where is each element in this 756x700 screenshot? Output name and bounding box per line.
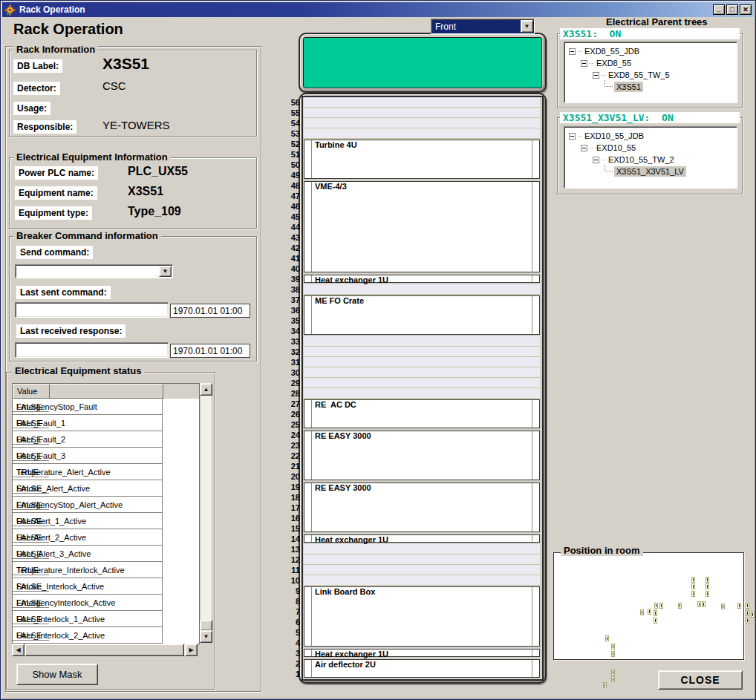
status-table-row[interactable]: User_Interlock_1_ActiveFALSE <box>13 611 199 627</box>
minimize-button[interactable]: _ <box>713 4 725 15</box>
send-command-combobox[interactable]: ▼ <box>15 264 173 278</box>
rack-slot-number: 28 <box>278 388 300 399</box>
tree-expander-icon[interactable] <box>569 133 576 140</box>
status-table-row[interactable]: EmergencyInterlock_ActiveFALSE <box>13 595 199 611</box>
rack-slot-number: 20 <box>278 471 300 482</box>
status-table-row[interactable]: EmergencyStop_Alert_ActiveFALSE <box>13 497 199 513</box>
last-sent-input[interactable] <box>15 302 169 318</box>
tree-node[interactable]: ··EXD10_55_TW_2 <box>564 154 737 166</box>
status-value-cell: FALSE <box>13 611 49 624</box>
scroll-up-icon[interactable]: ▲ <box>200 383 212 396</box>
rack-equipment-box[interactable]: Link Board Box <box>304 586 540 647</box>
rack-left-rail <box>311 296 312 334</box>
tree-node[interactable]: X3S51_X3V51_LV <box>564 166 737 177</box>
status-table-row[interactable]: Temperature_Interlock_ActiveTRUE <box>13 562 199 578</box>
status-table: Property Value EmergencyStop_FaultFALSEU… <box>12 383 200 644</box>
position-in-room-title: Position in room <box>561 546 643 556</box>
rack-view-dropdown-icon[interactable]: ▼ <box>521 20 533 33</box>
status-table-row[interactable]: User_Fault_2FALSE <box>13 431 199 448</box>
status-table-row[interactable]: UserAlert_1_ActiveFALSE <box>13 513 199 529</box>
rack-slot-number: 8 <box>278 596 300 606</box>
tree-node[interactable]: ··EXD10_55_JDB <box>564 130 737 142</box>
rack-equipment-box[interactable]: Heat exchanger 1U <box>304 649 540 657</box>
rack-equipment-box[interactable]: RE EASY 3000 <box>304 431 540 480</box>
equipment-name-value: X3S51 <box>128 185 163 198</box>
tree-connector-dots: ·· <box>601 156 605 163</box>
tree-node[interactable]: ··EXD8_55_TW_5 <box>564 69 737 81</box>
status-table-row[interactable]: User_Alert_3_ActiveFALSE <box>13 546 199 562</box>
rack-slot-number: 11 <box>278 565 300 575</box>
scroll-down-icon[interactable]: ▼ <box>200 630 212 643</box>
tree-expander-icon[interactable] <box>593 72 599 79</box>
rack-slot-number: 38 <box>278 284 300 295</box>
rack-equipment-box[interactable]: Heat exchanger 1U <box>304 275 540 283</box>
tree-node-label[interactable]: X3S51_X3V51_LV <box>614 166 686 177</box>
status-table-row[interactable]: EmergencyStop_FaultFALSE <box>13 399 199 415</box>
rack-slot-number: 24 <box>278 430 300 440</box>
tree-1-view: ··EXD8_55_JDB··EXD8_55··EXD8_55_TW_5X3S5… <box>564 42 737 103</box>
rack-slot-number: 16 <box>278 513 300 523</box>
responsible-label: Responsible: <box>13 120 76 134</box>
status-value-cell: FALSE <box>13 595 49 608</box>
close-button[interactable]: CLOSE <box>658 670 743 690</box>
status-table-row[interactable]: Smoke_Alert_ActiveFALSE <box>13 480 199 497</box>
rack-slot-number: 1 <box>278 669 300 679</box>
tree-node[interactable]: ··EXD10_55 <box>564 142 737 154</box>
send-command-label: Send command: <box>16 246 93 259</box>
tree-expander-icon[interactable] <box>581 60 587 67</box>
rack-equipment-label: Heat exchanger 1U <box>315 650 388 659</box>
power-plc-name-label: Power PLC name: <box>15 166 98 180</box>
rack-slot-number: 26 <box>278 409 300 419</box>
status-table-row[interactable]: User_Interlock_2_ActiveFALSE <box>13 627 199 644</box>
tree-node-label[interactable]: EXD10_55 <box>594 143 638 153</box>
status-table-row[interactable]: User_Fault_3FALSE <box>13 448 199 464</box>
rack-top-green-block[interactable] <box>303 37 542 88</box>
last-received-input[interactable] <box>15 342 169 358</box>
tree-node-label[interactable]: EXD8_55 <box>594 58 633 68</box>
rack-slot-number: 6 <box>278 617 300 627</box>
rack-equipment-box[interactable]: Turbine 4U <box>304 140 540 179</box>
status-table-row[interactable]: UserAlert_2_ActiveFALSE <box>13 529 199 546</box>
tree-connector-dots: ·· <box>577 132 581 140</box>
tree-node-label[interactable]: EXD8_55_TW_5 <box>606 70 672 80</box>
show-mask-button[interactable]: Show Mask <box>16 664 98 685</box>
tree-expander-icon[interactable] <box>569 48 576 55</box>
maximize-button[interactable]: □ <box>726 4 738 15</box>
rack-equipment-box[interactable]: Heat exchanger 1U <box>304 534 540 543</box>
rack-slot-number: 3 <box>278 648 300 658</box>
status-table-row[interactable]: Smoke_Interlock_ActiveFALSE <box>13 578 199 595</box>
tree-node[interactable]: ··EXD8_55_JDB <box>564 45 737 57</box>
rack-slot-number: 21 <box>278 461 300 471</box>
scroll-right-icon[interactable]: ▶ <box>185 644 198 656</box>
last-received-timestamp: 1970.01.01 01:00 <box>170 344 250 358</box>
rack-slot-number: 15 <box>278 523 300 534</box>
send-command-dropdown-icon[interactable]: ▼ <box>159 266 172 277</box>
rack-equipment-box[interactable]: RE EASY 3000 <box>304 483 540 532</box>
status-vscrollbar-thumb[interactable] <box>200 620 212 631</box>
tree-node[interactable]: X3S51 <box>564 81 737 93</box>
tree-node-label[interactable]: X3S51 <box>614 82 643 92</box>
tree-node[interactable]: ··EXD8_55 <box>564 57 737 69</box>
rack-equipment-box[interactable]: VME-4/3 <box>304 181 540 272</box>
rack-position-marker <box>746 618 749 624</box>
rack-equipment-box[interactable]: ME FO Crate <box>304 295 540 335</box>
status-table-row[interactable]: Temperature_Alert_ActiveTRUE <box>13 464 199 480</box>
rack-empty-slot <box>304 544 540 586</box>
db-label-value: X3S51 <box>102 55 149 73</box>
tree-expander-icon[interactable] <box>581 145 587 151</box>
rack-view-selector[interactable]: Front ▼ <box>431 19 535 34</box>
tree-connector-dots: ·· <box>577 48 581 55</box>
scroll-left-icon[interactable]: ◀ <box>12 644 25 656</box>
tree-node-label[interactable]: EXD8_55_JDB <box>582 46 642 56</box>
detector-value: CSC <box>102 79 126 92</box>
rack-equipment-box[interactable]: Air deflector 2U <box>304 659 540 678</box>
rack-equipment-box[interactable]: RE AC DC <box>304 399 540 428</box>
status-hscrollbar-thumb[interactable] <box>25 644 184 656</box>
status-vscrollbar-track[interactable] <box>200 383 212 643</box>
tree-node-label[interactable]: EXD10_55_TW_2 <box>606 154 677 165</box>
status-value-cell: FALSE <box>13 448 49 461</box>
tree-expander-icon[interactable] <box>593 157 599 163</box>
tree-node-label[interactable]: EXD10_55_JDB <box>582 131 646 141</box>
status-table-row[interactable]: User_Fault_1FALSE <box>13 415 199 431</box>
close-window-button[interactable]: ✕ <box>740 4 752 15</box>
